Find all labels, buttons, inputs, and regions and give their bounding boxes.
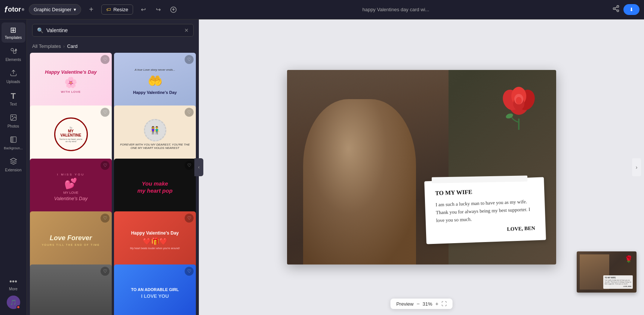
preview-label: Preview (396, 301, 413, 307)
resize-label: Resize (113, 7, 128, 12)
template-title: Happy Valentine's Day (131, 230, 179, 236)
favorite-button[interactable]: ♡ (101, 214, 110, 223)
canvas-content: TO MY WIFE I am such a lucky man to have… (287, 70, 556, 264)
sidebar-item-background-label: Backgroun... (4, 146, 23, 150)
topbar: f otor ® Graphic Designer ▾ + 🏷 Resize ↩… (0, 0, 644, 19)
logo-text: f (4, 5, 7, 15)
sidebar-item-elements[interactable]: Elements (1, 44, 25, 65)
canvas-image: TO MY WIFE I am such a lucky man to have… (287, 70, 556, 264)
template-title: MY VALENTINE (58, 129, 84, 137)
template-title: TO AN ADORABLE GIRL (131, 287, 179, 292)
sidebar-item-uploads-label: Uploads (6, 80, 20, 84)
canvas-next-button[interactable]: › (632, 158, 641, 176)
redo-button[interactable]: ↪ (152, 4, 164, 16)
undo-button[interactable]: ↩ (138, 4, 150, 16)
svg-rect-5 (13, 51, 16, 53)
search-input-wrapper: 🔍 ✕ (32, 24, 194, 37)
template-card[interactable]: To MY VALENTINE You're in my heart, you'… (30, 105, 112, 163)
favorite-button[interactable]: ♡ (101, 161, 110, 170)
canvas-area: TO MY WIFE I am such a lucky man to have… (199, 19, 644, 315)
resize-icon: 🏷 (106, 7, 111, 12)
thumbnail-preview: 🌹 TO MY WIFE I am such a lucky man to ha… (577, 251, 637, 293)
template-heart-icon: 💕 (64, 177, 77, 190)
logo-super: ® (22, 8, 24, 12)
text-icon: T (11, 91, 16, 101)
template-card[interactable]: A true Love story never ends... 🤲 Happy … (114, 53, 196, 110)
template-card[interactable]: Happy Valentine's Day ❤️🎁❤️ My heart bea… (114, 211, 196, 269)
main-layout: ⊞ Templates Elements Uploads T Text (0, 19, 644, 315)
svg-point-3 (617, 10, 619, 12)
template-floral-icon: 🌸 (64, 76, 77, 89)
favorite-button[interactable]: ♡ (185, 55, 194, 64)
search-icon: 🔍 (37, 27, 43, 33)
avatar[interactable]: 🎵 (7, 296, 20, 309)
collapse-panel-button[interactable]: ‹ (194, 158, 203, 176)
template-card[interactable]: 👫 FOREVER WITH YOU MY DEAREST, YOU'RE TH… (114, 105, 196, 163)
upload-button[interactable] (167, 4, 179, 16)
canvas-note: TO MY WIFE I am such a lucky man to have… (424, 177, 546, 244)
uploads-icon (10, 69, 17, 79)
topbar-right: ⬇ (612, 4, 640, 15)
template-title: Valentine's Day (54, 196, 87, 201)
zoom-out-button[interactable]: − (416, 301, 419, 307)
template-miss: I MISS YOU (57, 173, 84, 176)
template-subtitle: WITH LOVE (61, 90, 81, 94)
expand-button[interactable]: ⛶ (441, 301, 447, 307)
resize-button[interactable]: 🏷 Resize (101, 4, 133, 15)
sidebar-item-background[interactable]: Backgroun... (1, 133, 25, 153)
template-body: You're in my heart, you're on my mind (58, 138, 84, 143)
share-button[interactable] (612, 5, 620, 14)
filename: happy Valentines day card wi... (184, 7, 608, 12)
sidebar-item-photos[interactable]: Photos (1, 111, 25, 131)
template-card[interactable]: Happy Valentine's Day 🌸 WITH LOVE ♡ (30, 53, 112, 110)
search-input[interactable] (46, 27, 181, 33)
template-card[interactable]: I MISS YOU 💕 MY LOVE Valentine's Day ♡ (30, 159, 112, 216)
logo: f otor ® (4, 5, 24, 15)
favorite-button[interactable]: ♡ (101, 267, 110, 276)
sidebar-item-extension-label: Extension (5, 168, 22, 172)
sidebar-item-more[interactable]: ••• More (1, 274, 25, 294)
clear-search-button[interactable]: ✕ (184, 27, 189, 33)
template-title: Happy Valentine's Day (133, 90, 177, 95)
template-subtitle: YOURS TILL THE END OF TIME (42, 244, 100, 246)
download-icon: ⬇ (629, 7, 634, 12)
breadcrumb-separator: › (63, 43, 65, 49)
breadcrumb-all-templates[interactable]: All Templates (32, 43, 61, 49)
template-body: FOREVER WITH YOU MY DEAREST, YOU'RE THE … (117, 143, 193, 150)
sidebar-item-text[interactable]: T Text (1, 88, 25, 109)
add-button[interactable]: + (86, 4, 97, 15)
templates-panel: 🔍 ✕ All Templates › Card Happy Valentine… (27, 19, 199, 315)
extension-icon (10, 158, 17, 167)
template-title: Love Forever (50, 234, 92, 242)
sidebar-item-templates[interactable]: ⊞ Templates (1, 22, 25, 43)
favorite-button[interactable]: ♡ (185, 214, 194, 223)
left-sidebar: ⊞ Templates Elements Uploads T Text (0, 19, 27, 315)
sidebar-item-uploads[interactable]: Uploads (1, 66, 25, 87)
background-icon (10, 136, 17, 145)
template-card[interactable]: Love Forever YOURS TILL THE END OF TIME … (30, 211, 112, 269)
graphic-designer-button[interactable]: Graphic Designer ▾ (29, 4, 81, 15)
svg-point-18 (516, 97, 522, 104)
template-card[interactable]: BE MY BABY ♡ (30, 264, 112, 315)
templates-grid: Happy Valentine's Day 🌸 WITH LOVE ♡ A tr… (27, 53, 199, 315)
template-couple-icon: 👫 (144, 119, 166, 141)
graphic-designer-label: Graphic Designer (34, 7, 71, 12)
thumb-rose-icon: 🌹 (625, 255, 633, 263)
sidebar-item-text-label: Text (10, 102, 16, 106)
sidebar-item-photos-label: Photos (7, 124, 19, 128)
search-bar: 🔍 ✕ (27, 19, 199, 41)
zoom-in-button[interactable]: + (435, 301, 438, 307)
plus-icon: + (89, 5, 93, 14)
template-title: You makemy heart pop (137, 180, 172, 195)
template-card[interactable]: You makemy heart pop ♡ (114, 159, 196, 216)
sidebar-item-extension[interactable]: Extension (1, 155, 25, 175)
chevron-down-icon: ▾ (74, 7, 76, 12)
favorite-button[interactable]: ♡ (185, 161, 194, 170)
favorite-button[interactable]: ♡ (185, 267, 194, 276)
template-card[interactable]: TO AN ADORABLE GIRL I LOVE YOU ♡ (114, 264, 196, 315)
favorite-button[interactable]: ♡ (101, 55, 110, 64)
download-button[interactable]: ⬇ (623, 4, 640, 15)
more-icon: ••• (9, 277, 17, 286)
zoom-level: 31% (423, 301, 432, 307)
template-subtitle: A true Love story never ends... (135, 68, 175, 71)
